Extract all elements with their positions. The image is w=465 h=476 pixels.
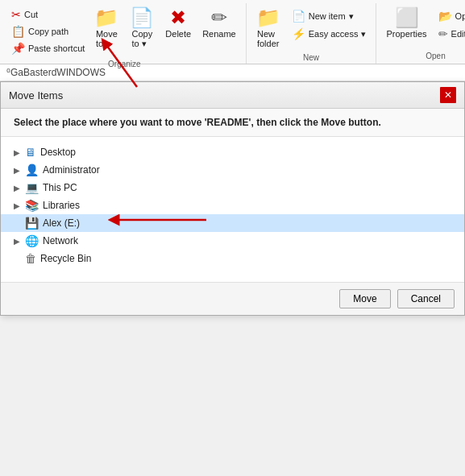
tree-item-desktop-label: Desktop xyxy=(40,147,76,158)
edit-label: Edit xyxy=(451,29,465,39)
open-button[interactable]: 📂 Open ▾ xyxy=(435,8,465,24)
move-items-dialog: Move Items ✕ Select the place where you … xyxy=(0,81,465,316)
tree-item-alex-e[interactable]: 💾 Alex (E:) xyxy=(1,214,464,232)
edit-button[interactable]: ✏ Edit xyxy=(435,26,465,42)
move-to-button[interactable]: 📁 Moveto ▾ xyxy=(89,5,123,52)
dialog-buttons: Move Cancel xyxy=(1,282,464,315)
easy-access-arrow: ▾ xyxy=(361,29,366,39)
rename-label: Rename xyxy=(202,29,236,39)
new-folder-icon: 📁 xyxy=(256,8,280,27)
ribbon-group-new: 📁 Newfolder 📄 New item ▾ ⚡ Easy access ▾ xyxy=(247,3,377,64)
tree-item-administrator[interactable]: ▶ 👤 Administrator xyxy=(1,161,464,179)
paste-shortcut-button[interactable]: 📌 Paste shortcut xyxy=(8,40,88,56)
copy-path-button[interactable]: 📋 Copy path xyxy=(8,23,88,39)
cut-icon: ✂ xyxy=(11,8,21,21)
easy-access-label: Easy access xyxy=(309,29,359,39)
tree-item-lib-label: Libraries xyxy=(43,200,80,211)
dialog-close-button[interactable]: ✕ xyxy=(440,87,456,103)
new-item-label: New item xyxy=(309,11,346,21)
delete-button[interactable]: ✖ Delete xyxy=(160,5,196,42)
drive-icon: 💾 xyxy=(25,217,39,230)
dialog-title: Move Items xyxy=(9,89,63,101)
tree-item-network[interactable]: ▶ 🌐 Network xyxy=(1,232,464,250)
easy-access-icon: ⚡ xyxy=(292,27,305,40)
desktop-icon: 🖥 xyxy=(25,146,36,159)
tree-item-this-pc[interactable]: ▶ 💻 This PC xyxy=(1,179,464,197)
ribbon: ✂ Cut 📋 Copy path 📌 Paste shortcut 📁 xyxy=(0,0,465,64)
copy-path-label: Copy path xyxy=(28,27,69,36)
expand-arrow-pc: ▶ xyxy=(14,184,23,192)
copy-path-icon: 📋 xyxy=(11,25,25,38)
open-group-label: Open xyxy=(426,50,445,62)
pc-icon: 💻 xyxy=(25,181,39,194)
tree-item-alex-label: Alex (E:) xyxy=(43,217,80,229)
properties-label: Properties xyxy=(386,29,426,39)
expand-arrow-lib: ▶ xyxy=(14,201,23,210)
easy-access-button[interactable]: ⚡ Easy access ▾ xyxy=(289,26,370,42)
tree-view: ▶ 🖥 Desktop ▶ 👤 Administrator ▶ 💻 This P… xyxy=(1,137,464,282)
new-folder-label: Newfolder xyxy=(257,29,280,48)
tree-item-admin-label: Administrator xyxy=(43,164,100,176)
admin-icon: 👤 xyxy=(25,163,39,176)
paste-shortcut-label: Paste shortcut xyxy=(28,43,85,53)
edit-icon: ✏ xyxy=(438,27,448,40)
tree-item-recycle[interactable]: 🗑 Recycle Bin xyxy=(1,250,464,267)
properties-icon: ⬜ xyxy=(395,8,419,27)
cancel-button[interactable]: Cancel xyxy=(397,289,455,308)
organize-group-label: Organize xyxy=(108,58,141,70)
new-item-arrow: ▾ xyxy=(349,11,354,22)
recycle-icon: 🗑 xyxy=(25,252,36,265)
tree-item-desktop[interactable]: ▶ 🖥 Desktop xyxy=(1,143,464,161)
expand-arrow-desktop: ▶ xyxy=(14,148,23,157)
rename-icon: ✏ xyxy=(211,8,227,27)
paste-shortcut-icon: 📌 xyxy=(11,42,25,55)
new-item-icon: 📄 xyxy=(292,10,305,23)
tree-item-libraries[interactable]: ▶ 📚 Libraries xyxy=(1,197,464,214)
delete-label: Delete xyxy=(165,29,191,39)
copy-to-label: Copyto ▾ xyxy=(131,29,152,49)
dialog-instruction: Select the place where you want to move … xyxy=(1,109,464,137)
dialog-box: Move Items ✕ Select the place where you … xyxy=(0,81,465,316)
dialog-instruction-text: Select the place where you want to move … xyxy=(14,117,381,128)
rename-button[interactable]: ✏ Rename xyxy=(197,5,241,42)
copy-to-icon: 📄 xyxy=(130,8,154,27)
network-icon: 🌐 xyxy=(25,234,39,247)
tree-item-pc-label: This PC xyxy=(43,182,77,193)
open-label: Open xyxy=(455,11,465,21)
copy-to-button[interactable]: 📄 Copyto ▾ xyxy=(125,5,159,52)
libraries-icon: 📚 xyxy=(25,199,39,212)
window-title-text: ⁰GaBasterdWINDOWS xyxy=(6,67,106,78)
tree-item-recycle-label: Recycle Bin xyxy=(40,253,91,264)
dialog-titlebar: Move Items ✕ xyxy=(1,82,464,109)
new-item-button[interactable]: 📄 New item ▾ xyxy=(289,8,370,24)
open-icon: 📂 xyxy=(438,10,452,23)
new-group-label: New xyxy=(303,52,319,64)
move-button[interactable]: Move xyxy=(339,289,390,308)
cut-button[interactable]: ✂ Cut xyxy=(8,6,88,23)
tree-item-network-label: Network xyxy=(43,235,78,246)
ribbon-group-open: ⬜ Properties 📂 Open ▾ ✏ Edit Open xyxy=(376,3,465,64)
window-title-bar: ⁰GaBasterdWINDOWS xyxy=(0,64,465,81)
move-to-icon: 📁 xyxy=(94,8,118,27)
properties-button[interactable]: ⬜ Properties xyxy=(381,5,431,42)
expand-arrow-network: ▶ xyxy=(14,237,23,246)
cut-label: Cut xyxy=(24,10,38,19)
expand-arrow-admin: ▶ xyxy=(14,166,23,175)
new-folder-button[interactable]: 📁 Newfolder xyxy=(251,5,285,52)
delete-icon: ✖ xyxy=(170,8,186,27)
move-to-label: Moveto ▾ xyxy=(96,29,118,49)
ribbon-group-organize: ✂ Cut 📋 Copy path 📌 Paste shortcut 📁 xyxy=(3,3,247,64)
